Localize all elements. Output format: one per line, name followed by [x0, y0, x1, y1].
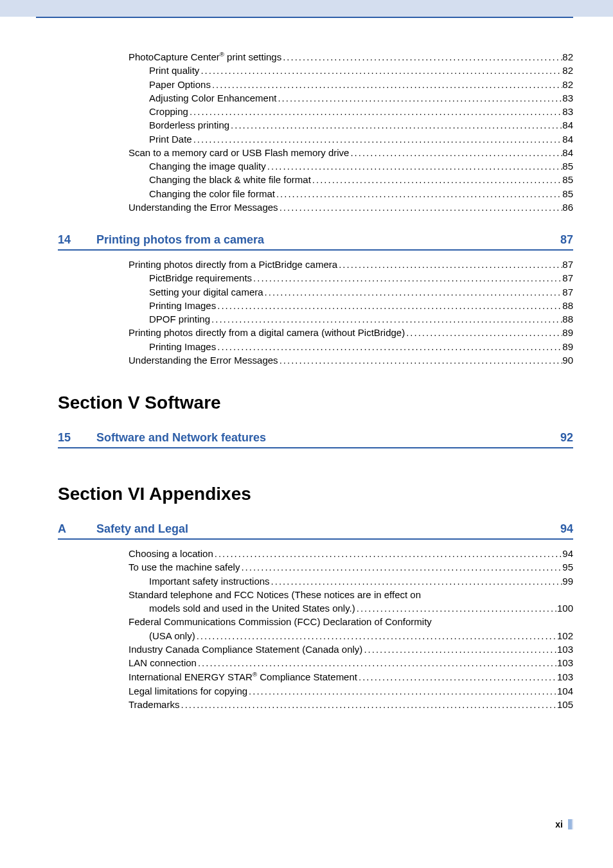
toc-entry[interactable]: LAN connection 103 [129, 657, 573, 669]
chapter-number: 15 [58, 431, 96, 445]
toc-entry[interactable]: Printing Images88 [149, 299, 573, 312]
toc-label: Choosing a location [129, 547, 213, 560]
toc-entry-continuation[interactable]: models sold and used in the United State… [149, 602, 573, 615]
section-vi-title: Section VI Appendixes [58, 484, 573, 504]
toc-entry[interactable]: Scan to a memory card or USB Flash memor… [129, 146, 573, 159]
toc-page: 88 [562, 313, 573, 326]
toc-page: 87 [562, 272, 573, 285]
chapter-page: 87 [560, 233, 573, 247]
toc-leader-dots [188, 105, 562, 118]
chapter-number: 14 [58, 233, 96, 247]
toc-page: 102 [557, 630, 573, 642]
toc-label: International ENERGY STAR® Compliance St… [129, 670, 357, 684]
toc-entry[interactable]: Borderless printing84 [149, 119, 573, 132]
toc-page: 94 [562, 547, 573, 560]
toc-page: 103 [557, 643, 573, 656]
toc-page: 104 [557, 685, 573, 698]
toc-leader-dots [240, 561, 562, 574]
toc-leader-dots [216, 299, 562, 312]
toc-entry[interactable]: Printing photos directly from a PictBrid… [129, 258, 573, 271]
toc-label: Changing the black & white file format [149, 173, 311, 186]
toc-entry[interactable]: Printing photos directly from a digital … [129, 326, 573, 339]
chapter-number: A [58, 522, 96, 536]
toc-entry[interactable]: Cropping83 [149, 105, 573, 118]
toc-entry[interactable]: Changing the black & white file format 8… [149, 173, 573, 186]
toc-label: Print quality [149, 64, 199, 77]
toc-page: 89 [562, 341, 573, 353]
footer-tab-icon [568, 819, 573, 829]
toc-label: Setting your digital camera [149, 286, 263, 299]
toc-page: 83 [562, 92, 573, 105]
header-band [0, 0, 613, 17]
toc-entry[interactable]: Changing the image quality 85 [149, 160, 573, 173]
toc-label: models sold and used in the United State… [149, 602, 355, 615]
chapter-14-header[interactable]: 14 Printing photos from a camera 87 [58, 233, 573, 251]
toc-entry[interactable]: Paper Options82 [149, 78, 573, 91]
toc-entry[interactable]: PictBridge requirements 87 [149, 272, 573, 285]
toc-entry[interactable]: DPOF printing88 [149, 313, 573, 326]
toc-entry[interactable]: International ENERGY STAR® Compliance St… [129, 670, 573, 684]
toc-entry[interactable]: Changing the color file format85 [149, 188, 573, 200]
toc-page: 85 [562, 173, 573, 186]
toc-label: Printing Images [149, 341, 216, 353]
toc-label: Adjusting Color Enhancement [149, 92, 276, 105]
toc-leader-dots [211, 78, 562, 91]
toc-label: PictBridge requirements [149, 272, 252, 285]
toc-entry[interactable]: To use the machine safely95 [129, 561, 573, 574]
toc-label: Printing photos directly from a PictBrid… [129, 258, 337, 271]
toc-leader-dots [278, 354, 563, 367]
toc-leader-dots [355, 602, 557, 615]
toc-entry[interactable]: Adjusting Color Enhancement83 [149, 92, 573, 105]
toc-label: Understanding the Error Messages [129, 354, 278, 367]
toc-label: Changing the image quality [149, 160, 266, 173]
toc-page: 85 [562, 160, 573, 173]
toc-leader-dots [195, 630, 557, 642]
toc-entry[interactable]: Understanding the Error Messages90 [129, 354, 573, 367]
toc-label: DPOF printing [149, 313, 210, 326]
toc-leader-dots [311, 173, 563, 186]
toc-label: Print Date [149, 133, 192, 146]
page-number: xi [555, 819, 563, 829]
toc-label: Cropping [149, 105, 188, 118]
toc-entry[interactable]: Federal Communications Commission (FCC) … [129, 616, 573, 628]
toc-entry[interactable]: Print Date84 [149, 133, 573, 146]
toc-entry[interactable]: Printing Images89 [149, 341, 573, 353]
toc-page: 85 [562, 188, 573, 200]
toc-entry[interactable]: Important safety instructions99 [149, 575, 573, 588]
toc-leader-dots [362, 643, 557, 656]
toc-entry-continuation[interactable]: (USA only) 102 [149, 630, 573, 642]
chapter-page: 92 [560, 431, 573, 445]
toc-leader-dots [278, 201, 563, 214]
toc-entry[interactable]: Legal limitations for copying 104 [129, 685, 573, 698]
toc-label: Federal Communications Commission (FCC) … [129, 616, 432, 628]
toc-page: 83 [562, 105, 573, 118]
toc-leader-dots [210, 313, 562, 326]
toc-entry[interactable]: Understanding the Error Messages86 [129, 201, 573, 214]
toc-label: Printing Images [149, 299, 216, 312]
toc-leader-dots [247, 685, 557, 698]
toc-entry[interactable]: Choosing a location 94 [129, 547, 573, 560]
toc-leader-dots [281, 51, 562, 64]
toc-block-appendix-a: Choosing a location 94To use the machine… [129, 547, 573, 711]
toc-page: 82 [562, 51, 573, 64]
toc-label: Understanding the Error Messages [129, 201, 278, 214]
toc-entry[interactable]: Trademarks105 [129, 698, 573, 711]
toc-page: 105 [557, 698, 573, 711]
toc-leader-dots [276, 92, 562, 105]
toc-leader-dots [192, 133, 563, 146]
toc-leader-dots [405, 326, 562, 339]
toc-page: 84 [562, 146, 573, 159]
toc-page: 103 [557, 657, 573, 669]
toc-page: 90 [562, 354, 573, 367]
toc-label: Printing photos directly from a digital … [129, 326, 405, 339]
toc-page: 87 [562, 258, 573, 271]
toc-label: LAN connection [129, 657, 197, 669]
toc-entry[interactable]: Industry Canada Compliance Statement (Ca… [129, 643, 573, 656]
toc-entry[interactable]: Standard telephone and FCC Notices (Thes… [129, 589, 573, 601]
toc-entry[interactable]: PhotoCapture Center® print settings 82 [129, 50, 573, 64]
chapter-15-header[interactable]: 15 Software and Network features 92 [58, 431, 573, 448]
toc-label: Legal limitations for copying [129, 685, 247, 698]
toc-entry[interactable]: Print quality82 [149, 64, 573, 77]
toc-entry[interactable]: Setting your digital camera 87 [149, 286, 573, 299]
chapter-a-header[interactable]: A Safety and Legal 94 [58, 522, 573, 540]
